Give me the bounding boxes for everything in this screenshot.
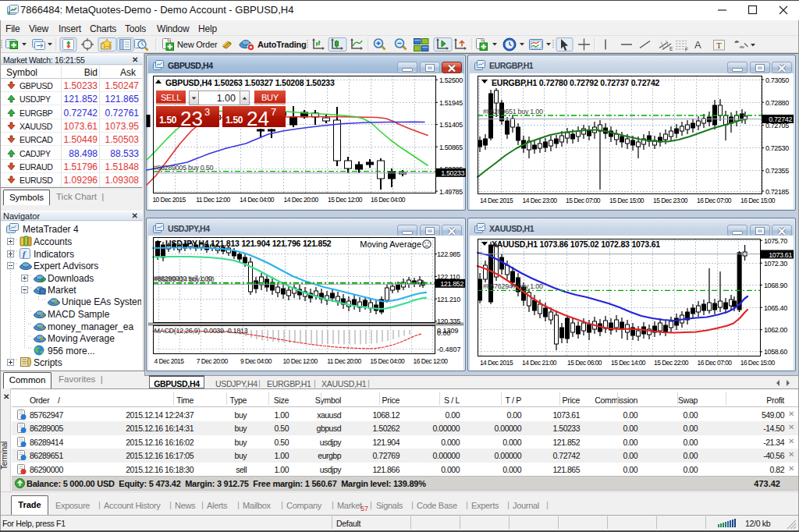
svg-text:#85762947 buy 1.00: #85762947 buy 1.00 <box>483 282 543 290</box>
svg-text:121.852: 121.852 <box>440 280 463 288</box>
svg-text:9 Dec 04:00: 9 Dec 04:00 <box>240 357 272 365</box>
svg-text:Moving Average: Moving Average <box>360 239 421 249</box>
svg-text:1.51405: 1.51405 <box>439 121 463 129</box>
svg-text:F: F <box>685 47 688 52</box>
svg-text:0.72742: 0.72742 <box>769 115 792 123</box>
svg-text:-0.4807: -0.4807 <box>437 346 461 353</box>
svg-text:1072.30: 1072.30 <box>764 260 787 268</box>
svg-text:10 Dec 2015: 10 Dec 2015 <box>152 196 186 204</box>
svg-text:14 Dec 04:00: 14 Dec 04:00 <box>240 196 275 204</box>
svg-text:0.73050: 0.73050 <box>765 76 789 84</box>
svg-text:1062.00: 1062.00 <box>764 326 787 334</box>
svg-text:MACD(12,26,9) -0.0039 -0.1813: MACD(12,26,9) -0.0039 -0.1813 <box>154 327 248 335</box>
svg-text:15 Dec 06:00: 15 Dec 06:00 <box>567 359 602 367</box>
svg-text:#86289651 buy 1.00: #86289651 buy 1.00 <box>483 108 543 115</box>
svg-text:0.72185: 0.72185 <box>765 188 789 196</box>
svg-text:15 Dec 14:00: 15 Dec 14:00 <box>611 359 646 367</box>
svg-text:122.985: 122.985 <box>437 250 460 258</box>
svg-text:121.210: 121.210 <box>437 296 460 303</box>
svg-text:15 Dec 04:00: 15 Dec 04:00 <box>370 357 405 365</box>
svg-text:New Order: New Order <box>177 40 218 49</box>
svg-text:4 Dec 2015: 4 Dec 2015 <box>154 357 185 365</box>
svg-text:14 Dec 23:00: 14 Dec 23:00 <box>523 197 558 204</box>
svg-text:1058.60: 1058.60 <box>764 348 787 356</box>
svg-text:14 Dec 20:00: 14 Dec 20:00 <box>284 196 319 204</box>
svg-text:15 Dec 15:00: 15 Dec 15:00 <box>609 197 645 204</box>
svg-text:15 Dec 23:00: 15 Dec 23:00 <box>653 197 688 204</box>
svg-text:10 Dec 12:00: 10 Dec 12:00 <box>283 357 318 365</box>
svg-text:EURGBP,H1 0.72780 0.72792 0.7: EURGBP,H1 0.72780 0.72792 0.72737 0.7274… <box>492 78 660 87</box>
svg-text:1.50233: 1.50233 <box>441 169 464 177</box>
svg-text:1068.90: 1068.90 <box>764 282 787 289</box>
svg-text:15 Dec 22:00: 15 Dec 22:00 <box>654 359 689 367</box>
svg-text:11 Dec 20:00: 11 Dec 20:00 <box>327 357 361 365</box>
svg-text:16 Dec 04:00: 16 Dec 04:00 <box>371 196 406 204</box>
svg-text:0.72530: 0.72530 <box>765 144 789 152</box>
svg-text:1.50865: 1.50865 <box>439 144 463 151</box>
svg-text:T: T <box>716 41 722 50</box>
svg-text:1075.70: 1075.70 <box>764 237 787 245</box>
svg-text:1073.61: 1073.61 <box>769 251 792 259</box>
svg-text:16 Dec 07:00: 16 Dec 07:00 <box>697 197 732 204</box>
svg-text:16 Dec 15:00: 16 Dec 15:00 <box>740 197 776 204</box>
svg-text:1.49785: 1.49785 <box>439 188 463 196</box>
svg-text:14 Dec 21:00: 14 Dec 21:00 <box>522 359 557 367</box>
svg-text:11 Dec 12:00: 11 Dec 12:00 <box>196 196 230 204</box>
svg-text:16 Dec 15:00: 16 Dec 15:00 <box>740 359 776 367</box>
svg-text:AutoTrading: AutoTrading <box>257 40 307 49</box>
svg-text:XAUUSD,H1 1073.86 1075.02 107: XAUUSD,H1 1073.86 1075.02 1072.83 1073.6… <box>492 239 660 249</box>
svg-text:120.335: 120.335 <box>437 317 460 325</box>
svg-text:15 Dec 07:00: 15 Dec 07:00 <box>566 197 601 204</box>
svg-text:A: A <box>694 39 701 51</box>
svg-text:16 Dec 07:00: 16 Dec 07:00 <box>698 359 733 367</box>
svg-text:1065.40: 1065.40 <box>764 304 787 312</box>
svg-text:USDJPY,H4 121.813 121.904 121: USDJPY,H4 121.813 121.904 121.796 121.85… <box>165 239 332 248</box>
svg-text:1.52500: 1.52500 <box>439 76 463 84</box>
svg-text:14 Dec 2015: 14 Dec 2015 <box>480 197 513 204</box>
svg-text:GBPUSD,H4 1.50263 1.50327 1.5: GBPUSD,H4 1.50263 1.50327 1.50208 1.5023… <box>165 78 335 87</box>
svg-text:7 Dec 20:00: 7 Dec 20:00 <box>197 357 229 365</box>
svg-text:1.51945: 1.51945 <box>439 99 463 107</box>
svg-text:#86289414 buy 0.50: #86289414 buy 0.50 <box>154 275 215 283</box>
svg-text:0.72355: 0.72355 <box>765 167 789 175</box>
svg-text:E: E <box>669 46 673 51</box>
svg-text:15 Dec 12:00: 15 Dec 12:00 <box>328 196 363 204</box>
svg-text:#86289005 buy 0.50: #86289005 buy 0.50 <box>154 164 214 172</box>
svg-text:16 Dec 12:00: 16 Dec 12:00 <box>414 357 449 365</box>
svg-text:0.72880: 0.72880 <box>765 99 789 107</box>
svg-text:14 Dec 2015: 14 Dec 2015 <box>480 359 513 367</box>
svg-text:0.00: 0.00 <box>437 329 451 337</box>
